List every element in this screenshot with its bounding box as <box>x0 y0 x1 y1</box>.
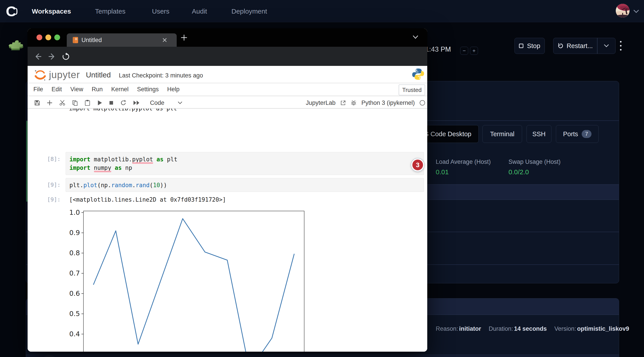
zoom-in-button[interactable]: + <box>470 47 478 55</box>
nav-item-audit[interactable]: Audit <box>192 8 207 15</box>
interrupt-kernel-icon[interactable] <box>109 100 114 105</box>
code-line: plt.plot(np.random.rand(10)) <box>70 181 420 190</box>
stop-label: Stop <box>527 42 540 50</box>
stop-workspace-button[interactable]: Stop <box>514 38 545 54</box>
vscode-desktop-label: VS Code Desktop <box>420 130 472 138</box>
run-icon[interactable] <box>97 100 102 106</box>
svg-text:0.7: 0.7 <box>69 269 80 277</box>
kernel-name[interactable]: Python 3 (ipykernel) <box>362 100 415 106</box>
debugger-bug-icon[interactable] <box>351 100 356 106</box>
ports-count-badge: 7 <box>582 130 592 138</box>
terminal-label: Terminal <box>490 130 514 138</box>
chevron-down-icon <box>604 44 609 48</box>
menu-kernel[interactable]: Kernel <box>111 86 128 93</box>
svg-text:0.6: 0.6 <box>69 290 80 297</box>
nav-item-workspaces[interactable]: Workspaces <box>32 8 71 15</box>
jupyterlab-link[interactable]: JupyterLab <box>306 100 336 106</box>
nav-item-users[interactable]: Users <box>152 8 169 15</box>
ssh-button[interactable]: SSH <box>526 125 552 143</box>
output-prompt: [9]: <box>36 196 60 203</box>
restart-workspace-button[interactable]: Restart... <box>554 38 597 54</box>
svg-text:0.9: 0.9 <box>69 229 80 236</box>
menu-file[interactable]: File <box>34 86 43 93</box>
nav-item-deployment[interactable]: Deployment <box>232 8 267 15</box>
stop-square-icon <box>519 44 524 48</box>
paste-icon[interactable] <box>84 100 90 106</box>
load-average-value: 0.01 <box>436 168 448 176</box>
save-icon[interactable] <box>34 100 40 106</box>
notebook-file-icon <box>72 37 78 44</box>
user-avatar[interactable] <box>616 4 630 18</box>
menu-view[interactable]: View <box>70 86 83 93</box>
code-line: import matplotlib.pyplot as plt <box>70 155 420 164</box>
forward-icon[interactable] <box>48 52 56 60</box>
ssh-label: SSH <box>532 130 546 138</box>
checkpoint-status: Last Checkpoint: 3 minutes ago <box>119 72 203 79</box>
svg-text:0.5: 0.5 <box>69 310 80 318</box>
version-label: Version: <box>554 326 576 332</box>
window-zoom-button[interactable] <box>54 34 60 40</box>
code-cell[interactable]: plt.plot(np.random.rand(10)) <box>66 178 424 192</box>
restart-kernel-icon[interactable] <box>120 100 126 106</box>
matplotlib-figure: 0.20.30.40.50.60.70.80.91.002468 <box>67 209 312 352</box>
restart-icon <box>558 43 564 49</box>
output-text: [<matplotlib.lines.Line2D at 0x7fd03f191… <box>69 196 226 204</box>
menu-help[interactable]: Help <box>167 86 180 93</box>
code-cell[interactable]: import matplotlib.pyplot as plt import n… <box>66 152 424 175</box>
clipped-code-sliver: import matplotlib.pyplot as plt <box>69 108 177 112</box>
python-logo <box>412 68 424 80</box>
ports-button[interactable]: Ports 7 <box>556 125 598 143</box>
add-cell-icon[interactable] <box>47 100 52 106</box>
window-minimize-button[interactable] <box>46 34 51 40</box>
restart-run-all-icon[interactable] <box>133 100 140 106</box>
trusted-button[interactable]: Trusted <box>399 84 425 95</box>
browser-tabstrip: Untitled <box>28 28 427 47</box>
reason-label: Reason: <box>436 326 458 332</box>
menu-settings[interactable]: Settings <box>137 86 159 93</box>
tab-title: Untitled <box>82 37 102 44</box>
restart-workspace-split-button: Restart... <box>553 38 616 54</box>
build-meta-row: Reason: initiator Duration: 14 seconds V… <box>436 326 629 332</box>
new-tab-icon[interactable] <box>181 34 187 41</box>
cut-icon[interactable] <box>59 100 66 106</box>
kernel-status-icon <box>420 100 425 106</box>
notebook-scroll-area[interactable]: import matplotlib.pyplot as plt [8]: imp… <box>28 108 427 352</box>
swap-usage-label: Swap Usage (Host) <box>508 158 560 165</box>
duration-value: 14 seconds <box>514 326 547 332</box>
window-close-button[interactable] <box>36 34 42 40</box>
duration-label: Duration: <box>489 326 513 332</box>
svg-text:1.0: 1.0 <box>69 209 80 216</box>
extension-badge[interactable]: 3 <box>411 158 424 172</box>
jupyter-logo <box>34 68 47 82</box>
copy-icon[interactable] <box>72 100 78 106</box>
tab-close-icon[interactable] <box>162 38 167 43</box>
user-menu-chevron-icon[interactable] <box>633 9 639 13</box>
workspace-menu-kebab-icon[interactable] <box>620 41 622 50</box>
template-puzzle-icon <box>8 38 24 54</box>
terminal-button[interactable]: Terminal <box>482 125 522 143</box>
tab-search-chevron-icon[interactable] <box>412 35 418 39</box>
nav-item-templates[interactable]: Templates <box>95 8 126 15</box>
cell-type-chevron-icon[interactable] <box>178 102 182 104</box>
external-link-icon[interactable] <box>340 100 346 106</box>
jupyter-brand: jupyter <box>49 69 80 80</box>
notebook-title[interactable]: Untitled <box>86 71 111 79</box>
reason-value: initiator <box>459 326 481 332</box>
badge-count: 3 <box>412 160 423 170</box>
browser-window: Untitled 5555--main- <box>28 28 427 352</box>
zoom-out-button[interactable]: − <box>460 47 468 55</box>
menu-edit[interactable]: Edit <box>52 86 62 93</box>
jupyter-toolbar: Code <box>34 98 182 108</box>
restart-options-chevron-button[interactable] <box>598 38 616 54</box>
load-average-label: Load Average (Host) <box>436 158 491 165</box>
coder-logo-icon[interactable] <box>5 5 18 18</box>
back-icon[interactable] <box>34 52 42 60</box>
swap-usage-value: 0.0/2.0 <box>508 168 529 176</box>
svg-text:0.3: 0.3 <box>69 350 80 352</box>
reload-icon[interactable] <box>62 52 70 60</box>
menu-run[interactable]: Run <box>92 86 103 93</box>
code-line: import numpy as np <box>70 164 420 172</box>
browser-tab[interactable]: Untitled <box>67 34 177 47</box>
cell-type-select[interactable]: Code <box>150 100 164 106</box>
browser-toolbar: 5555--main--test--matifali.atif.cdr.dev/… <box>28 47 427 66</box>
